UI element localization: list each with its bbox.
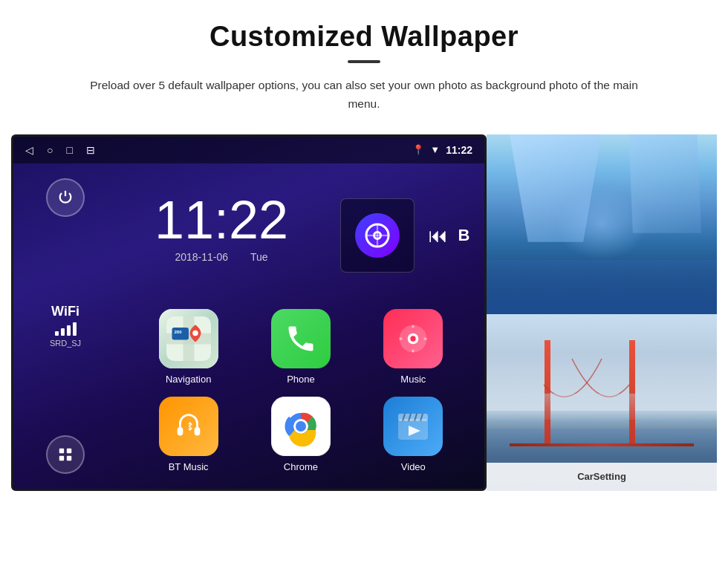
svg-rect-18 bbox=[177, 427, 183, 436]
page-wrapper: Customized Wallpaper Preload over 5 defa… bbox=[0, 0, 728, 563]
clock-section: 11:22 2018-11-06 Tue bbox=[117, 163, 325, 293]
media-section: ⏮ B bbox=[325, 163, 484, 293]
svg-rect-1 bbox=[67, 448, 71, 452]
media-controls: ⏮ B bbox=[429, 224, 470, 247]
apps-button[interactable] bbox=[46, 435, 85, 474]
screen-area: ◁ ○ □ ⊟ 📍 ▼ 11:22 bbox=[11, 134, 717, 491]
svg-text:280: 280 bbox=[174, 330, 182, 334]
music-label: Music bbox=[400, 374, 426, 385]
nav-icons: ◁ ○ □ ⊟ bbox=[25, 144, 95, 156]
svg-rect-0 bbox=[59, 448, 64, 452]
ice-shapes bbox=[487, 134, 717, 314]
clock-date: 2018-11-06 Tue bbox=[175, 251, 267, 263]
wifi-icon: ▼ bbox=[430, 144, 440, 155]
home-icon[interactable]: ○ bbox=[47, 144, 53, 156]
title-divider bbox=[348, 60, 380, 63]
left-sidebar: WiFi SRD_SJ bbox=[13, 163, 117, 489]
page-subtitle: Preload over 5 default wallpaper options… bbox=[82, 77, 646, 114]
chrome-icon bbox=[271, 397, 331, 456]
carsetting-label: CarSetting bbox=[577, 471, 626, 482]
wallpaper-ice-cave[interactable] bbox=[487, 134, 717, 314]
wifi-bars bbox=[55, 322, 77, 336]
wifi-bar-1 bbox=[55, 331, 59, 336]
svg-rect-19 bbox=[194, 427, 200, 436]
svg-rect-3 bbox=[67, 455, 71, 460]
clock-time: 11:22 bbox=[155, 193, 288, 247]
app-navigation[interactable]: 280 Navigation bbox=[132, 304, 244, 391]
app-chrome[interactable]: Chrome bbox=[244, 391, 357, 478]
page-title: Customized Wallpaper bbox=[209, 21, 519, 53]
android-screen: ◁ ○ □ ⊟ 📍 ▼ 11:22 bbox=[11, 134, 487, 491]
svg-point-24 bbox=[296, 421, 306, 432]
music-icon bbox=[383, 309, 443, 368]
power-button[interactable] bbox=[46, 178, 85, 217]
phone-label: Phone bbox=[287, 374, 315, 385]
wifi-bar-2 bbox=[61, 328, 65, 336]
app-btmusic[interactable]: BT Music bbox=[132, 391, 244, 478]
next-content-icon[interactable]: B bbox=[458, 226, 470, 245]
video-icon bbox=[383, 397, 443, 456]
back-icon[interactable]: ◁ bbox=[25, 144, 33, 156]
recents-icon[interactable]: □ bbox=[66, 144, 72, 156]
wifi-bar-4 bbox=[73, 322, 77, 336]
media-widget[interactable] bbox=[340, 198, 415, 273]
svg-point-13 bbox=[192, 331, 198, 336]
wallpaper-panel: CarSetting bbox=[487, 134, 717, 491]
status-bar: ◁ ○ □ ⊟ 📍 ▼ 11:22 bbox=[13, 137, 484, 163]
media-icon bbox=[355, 213, 400, 258]
wifi-info: WiFi SRD_SJ bbox=[50, 304, 81, 348]
wifi-ssid: SRD_SJ bbox=[50, 339, 81, 348]
svg-point-16 bbox=[411, 336, 416, 342]
app-video[interactable]: Video bbox=[357, 391, 469, 478]
wallpaper-bridge[interactable]: CarSetting bbox=[487, 314, 717, 491]
prev-track-icon[interactable]: ⏮ bbox=[429, 224, 448, 247]
status-time: 11:22 bbox=[446, 144, 472, 156]
clock-day-value: Tue bbox=[250, 251, 268, 263]
app-phone[interactable]: Phone bbox=[244, 304, 357, 391]
apps-grid: 280 Navigation bbox=[117, 293, 484, 489]
btmusic-label: BT Music bbox=[169, 461, 209, 472]
btmusic-icon bbox=[159, 397, 218, 456]
navigation-label: Navigation bbox=[166, 374, 211, 385]
video-label: Video bbox=[401, 461, 426, 472]
svg-rect-2 bbox=[59, 455, 64, 460]
app-music[interactable]: Music bbox=[357, 304, 469, 391]
status-right: 📍 ▼ 11:22 bbox=[412, 144, 472, 156]
location-icon: 📍 bbox=[412, 144, 424, 155]
wifi-bar-3 bbox=[67, 325, 71, 336]
chrome-label: Chrome bbox=[284, 461, 318, 472]
main-content: 11:22 2018-11-06 Tue bbox=[117, 163, 484, 489]
screenshot-icon[interactable]: ⊟ bbox=[86, 144, 95, 156]
navigation-icon: 280 bbox=[159, 309, 218, 368]
wifi-label: WiFi bbox=[51, 304, 79, 319]
carsetting-label-area: CarSetting bbox=[487, 463, 717, 491]
clock-date-value: 2018-11-06 bbox=[175, 251, 228, 263]
phone-icon bbox=[271, 309, 331, 368]
